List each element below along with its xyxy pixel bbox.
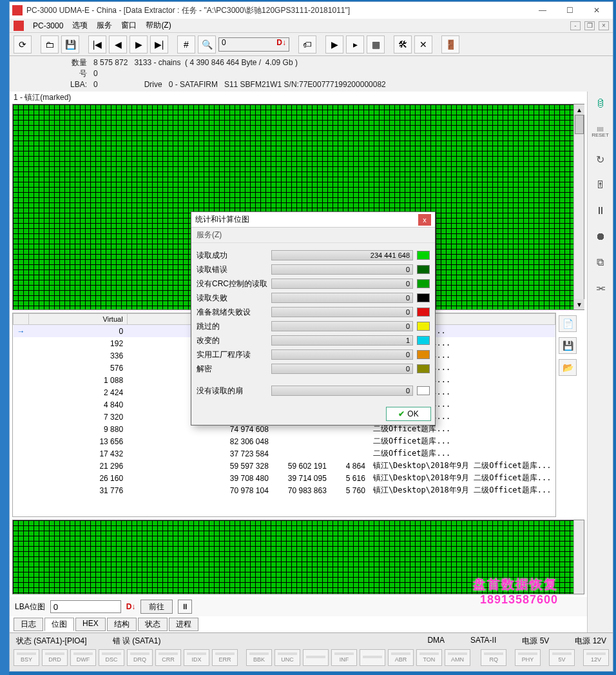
record-icon[interactable]: ⏺	[592, 228, 609, 245]
app-icon	[12, 5, 23, 15]
mdi-minimize[interactable]: -	[570, 21, 581, 30]
reset-icon[interactable]: |||||RESET	[592, 121, 609, 142]
led-AMN: AMN	[445, 649, 470, 666]
menu-options[interactable]: 选项	[72, 20, 88, 31]
tab-4[interactable]: 状态	[138, 618, 168, 631]
side-new-icon[interactable]: 📄	[559, 315, 577, 332]
tool-play2-icon[interactable]: ▸	[346, 35, 364, 54]
menu-help[interactable]: 帮助(Z)	[146, 20, 171, 31]
table-row[interactable]: 17 43237 723 584二级Officet题库...	[14, 447, 555, 460]
tool-open-icon[interactable]: 🗀	[41, 35, 59, 54]
side-open-icon[interactable]: 📂	[559, 359, 577, 376]
stat-row: 没有CRC控制的读取0	[197, 277, 430, 291]
tab-0[interactable]: 日志	[14, 618, 43, 631]
tool-find-icon[interactable]: 🔍	[198, 35, 216, 54]
stat-row: 读取失败0	[197, 291, 430, 305]
tool-save-icon[interactable]: 💾	[61, 35, 79, 54]
tool-first-icon[interactable]: |◀	[88, 35, 106, 54]
tool-prev-icon[interactable]: ◀	[109, 35, 127, 54]
led-BBK: BBK	[246, 649, 272, 666]
tune-icon[interactable]: 🎚	[592, 177, 609, 193]
pause-icon[interactable]: ⏸	[178, 600, 192, 614]
tab-5[interactable]: 进程	[169, 618, 198, 631]
num-label: 号	[48, 68, 93, 79]
app-icon-small	[14, 21, 24, 31]
status-strip: 状态 (SATA1)-[PIO4] 错 误 (SATA1) DMA SATA-I…	[10, 632, 613, 671]
menu-app[interactable]: PC-3000	[33, 21, 63, 30]
mdi-restore[interactable]: ❐	[584, 21, 595, 30]
led-5V: 5V	[549, 649, 575, 666]
stat-row: 实用工厂程序读0	[197, 347, 430, 362]
status-pwr12: 电源 12V	[575, 636, 606, 647]
led-IDX: IDX	[184, 649, 209, 666]
menu-window[interactable]: 窗口	[121, 20, 137, 31]
pause2-icon[interactable]: ⏸	[592, 202, 609, 219]
led-PHY: PHY	[515, 649, 541, 666]
lba-go-button[interactable]: 前往	[140, 600, 173, 614]
lba-label: LBA:	[48, 79, 93, 90]
tool-play-icon[interactable]: ▶	[325, 35, 343, 54]
db-icon[interactable]: 🛢	[592, 95, 609, 112]
tool-grid-icon[interactable]: #	[177, 35, 195, 54]
scrollbar-2[interactable]	[573, 520, 584, 594]
scroll-down-icon[interactable]: ▼	[574, 299, 584, 309]
map-label: 1 - 镇江(marked)	[10, 92, 587, 104]
qty-label: 数量	[48, 57, 93, 68]
menu-service[interactable]: 服务	[97, 20, 112, 31]
led-12V: 12V	[583, 649, 609, 666]
link-icon[interactable]: ⫘	[592, 280, 609, 297]
watermark-line1: 盘首数据恢复	[473, 576, 558, 593]
led-TON: TON	[416, 649, 442, 666]
stat-row: 解密0	[197, 362, 430, 376]
table-row[interactable]: 26 16039 708 48039 714 0955 616镇江\Deskto…	[14, 472, 555, 484]
tool-exit-icon[interactable]: 🚪	[441, 35, 459, 54]
led-INF: INF	[331, 649, 357, 666]
tool-refresh-icon[interactable]: ⟳	[14, 35, 32, 54]
table-row[interactable]: 13 65682 306 048二级Officet题库...	[14, 435, 555, 447]
play-reset-icon[interactable]: ↻	[592, 151, 609, 168]
status-dma: DMA	[427, 636, 445, 647]
led-BSY: BSY	[14, 649, 39, 666]
tool-tools2-icon[interactable]: ✕	[414, 35, 432, 54]
dialog-ok-button[interactable]: ✔OK	[386, 407, 431, 421]
scroll-up-icon[interactable]: ▲	[574, 104, 584, 115]
tool-tag-icon[interactable]: 🏷	[298, 35, 316, 54]
status-pwr5: 电源 5V	[522, 636, 549, 647]
side-save-icon[interactable]: 💾	[559, 337, 577, 354]
menubar: PC-3000 选项 服务 窗口 帮助(Z) - ❐ ×	[10, 19, 613, 33]
tool-tools-icon[interactable]: 🛠	[394, 35, 412, 54]
status-err: 错 误 (SATA1)	[113, 636, 161, 647]
dialog-close-icon[interactable]: x	[418, 214, 431, 226]
right-sidebar: 🛢 |||||RESET ↻ 🎚 ⏸ ⏺ ⧉ ⫘	[587, 92, 613, 632]
bottom-tabs: 日志位图HEX结构状态进程	[10, 616, 587, 632]
tab-1[interactable]: 位图	[44, 618, 74, 631]
tab-3[interactable]: 结构	[107, 618, 137, 631]
led-DRD: DRD	[42, 649, 68, 666]
table-row[interactable]: 31 77670 978 10470 983 8635 760镇江\Deskto…	[14, 484, 555, 496]
led-DWF: DWF	[70, 649, 96, 666]
tab-2[interactable]: HEX	[75, 618, 106, 631]
lba-go-input[interactable]	[50, 600, 121, 613]
led-ERR: ERR	[212, 649, 238, 666]
toolbar-lba-input[interactable]: 0D↓	[218, 37, 289, 52]
info-panel: 数量8 575 872 3133 - chains ( 4 390 846 46…	[10, 56, 613, 92]
mdi-close[interactable]: ×	[599, 21, 609, 30]
close-button[interactable]: ✕	[583, 3, 610, 18]
col-virtual[interactable]: Virtual	[29, 314, 128, 325]
num-value: 0	[93, 68, 98, 79]
dialog-title: 统计和计算位图	[195, 214, 249, 225]
tool-next-icon[interactable]: ▶	[130, 35, 148, 54]
scrollbar[interactable]: ▲ ▼	[573, 104, 584, 309]
dialog-menu[interactable]: 服务(Z)	[191, 228, 435, 243]
copy-icon[interactable]: ⧉	[592, 254, 609, 271]
tool-last-icon[interactable]: ▶|	[150, 35, 168, 54]
table-row[interactable]: 21 29659 597 32859 602 1914 864镇江\Deskto…	[14, 460, 555, 472]
led-CRR: CRR	[155, 649, 181, 666]
minimize-button[interactable]: —	[529, 3, 556, 18]
maximize-button[interactable]: ☐	[556, 3, 583, 18]
led-ABR: ABR	[388, 649, 414, 666]
titlebar: PC-3000 UDMA-E - China - [Data Extractor…	[10, 2, 613, 19]
scroll-thumb[interactable]	[575, 115, 584, 134]
stats-dialog: 统计和计算位图 x 服务(Z) 读取成功234 441 648读取错误0没有CR…	[191, 211, 436, 426]
tool-grid2-icon[interactable]: ▦	[367, 35, 385, 54]
